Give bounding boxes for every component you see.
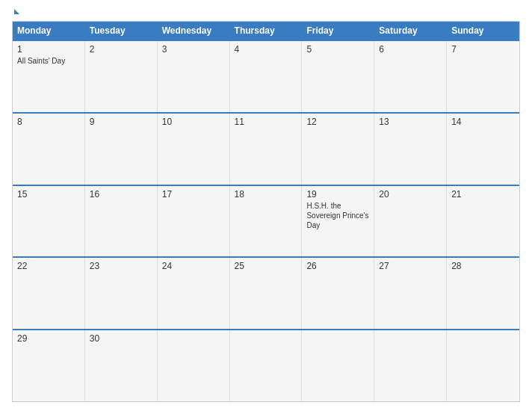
calendar-cell: 25 [230,258,303,329]
day-number: 28 [451,261,515,271]
header [12,9,520,13]
calendar-cell: 5 [302,41,374,112]
calendar-cell: 23 [85,258,158,329]
calendar-cell: 3 [158,41,230,112]
day-number: 22 [17,261,80,271]
calendar-header: MondayTuesdayWednesdayThursdayFridaySatu… [13,22,519,40]
calendar-cell: 6 [374,41,447,112]
calendar-cell: 7 [447,41,519,112]
calendar-cell: 12 [302,114,374,185]
logo [12,9,19,13]
calendar-body: 1All Saints' Day234567891011121314151617… [13,40,519,401]
calendar-cell [158,330,230,401]
calendar-cell: 1All Saints' Day [13,41,85,112]
day-number: 19 [306,189,369,200]
weekday-header-sunday: Sunday [447,22,519,40]
calendar-cell: 19H.S.H. the Sovereign Prince's Day [302,186,374,257]
calendar-cell [447,330,519,401]
day-number: 25 [235,261,297,271]
calendar-cell: 14 [447,114,519,185]
calendar-cell: 16 [85,186,158,257]
page: MondayTuesdayWednesdayThursdayFridaySatu… [0,0,532,411]
day-number: 23 [90,261,152,271]
calendar-week-3: 1516171819H.S.H. the Sovereign Prince's … [13,185,519,257]
weekday-header-saturday: Saturday [374,22,447,40]
calendar-cell: 8 [13,114,85,185]
day-number: 7 [451,44,515,55]
logo-blue-text [12,9,19,13]
weekday-header-friday: Friday [302,22,374,40]
day-number: 27 [379,261,442,271]
day-number: 14 [451,117,515,127]
day-number: 10 [162,117,225,127]
day-number: 21 [451,189,515,200]
calendar-cell: 9 [85,114,158,185]
calendar-cell: 15 [13,186,85,257]
day-number: 8 [17,117,80,127]
calendar-cell: 10 [158,114,230,185]
day-number: 11 [235,117,297,127]
day-number: 26 [306,261,369,271]
day-number: 6 [379,44,442,55]
calendar-week-1: 1All Saints' Day234567 [13,40,519,112]
calendar: MondayTuesdayWednesdayThursdayFridaySatu… [12,21,520,402]
calendar-cell: 18 [230,186,303,257]
day-number: 1 [17,44,80,55]
calendar-cell: 13 [374,114,447,185]
calendar-cell: 22 [13,258,85,329]
weekday-header-tuesday: Tuesday [85,22,158,40]
day-number: 2 [90,44,152,55]
calendar-cell: 17 [158,186,230,257]
calendar-cell [302,330,374,401]
calendar-cell: 20 [374,186,447,257]
calendar-cell: 27 [374,258,447,329]
calendar-cell: 4 [230,41,303,112]
day-number: 4 [235,44,297,55]
calendar-week-5: 2930 [13,329,519,401]
calendar-event: H.S.H. the Sovereign Prince's Day [306,201,369,230]
calendar-cell: 28 [447,258,519,329]
day-number: 18 [235,189,297,200]
calendar-cell: 21 [447,186,519,257]
day-number: 3 [162,44,225,55]
day-number: 30 [90,333,152,344]
logo-triangle-icon [14,9,19,14]
calendar-cell: 24 [158,258,230,329]
calendar-week-2: 891011121314 [13,112,519,185]
day-number: 24 [162,261,225,271]
calendar-cell: 30 [85,330,158,401]
day-number: 5 [306,44,369,55]
day-number: 29 [17,333,80,344]
day-number: 17 [162,189,225,200]
calendar-cell: 11 [230,114,303,185]
calendar-cell: 2 [85,41,158,112]
weekday-header-wednesday: Wednesday [158,22,230,40]
calendar-cell: 29 [13,330,85,401]
calendar-cell: 26 [302,258,374,329]
calendar-week-4: 22232425262728 [13,256,519,329]
day-number: 20 [379,189,442,200]
day-number: 13 [379,117,442,127]
day-number: 12 [306,117,369,127]
weekday-header-monday: Monday [13,22,85,40]
day-number: 16 [90,189,152,200]
calendar-event: All Saints' Day [17,56,80,66]
calendar-cell [230,330,303,401]
weekday-header-thursday: Thursday [230,22,303,40]
calendar-cell [374,330,447,401]
day-number: 15 [17,189,80,200]
day-number: 9 [90,117,152,127]
